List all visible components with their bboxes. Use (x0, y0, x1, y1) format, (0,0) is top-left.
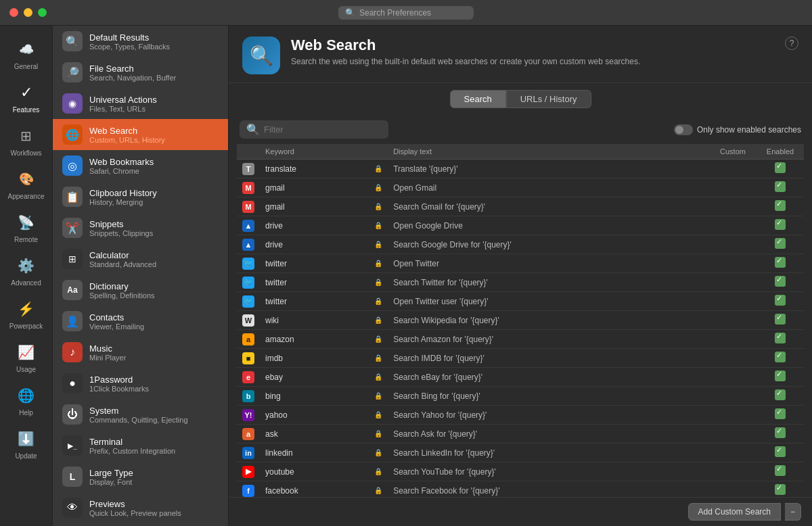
sidebar-item-advanced[interactable]: ⚙️ Advanced (3, 249, 50, 292)
row-icon-cell: W (237, 311, 260, 330)
nav-previews[interactable]: 👁 Previews Quick Look, Preview panels (53, 492, 228, 523)
row-enabled[interactable] (757, 368, 804, 387)
table-row[interactable]: ▲ drive 🔒 Search Google Drive for '{quer… (237, 235, 804, 254)
sidebar-item-appearance[interactable]: 🎨 Appearance (3, 162, 50, 206)
tab-search[interactable]: Search (450, 90, 506, 108)
row-enabled[interactable] (757, 311, 804, 330)
row-enabled[interactable] (757, 216, 804, 235)
nav-calculator[interactable]: ⊞ Calculator Standard, Advanced (53, 243, 228, 274)
nav-snippets[interactable]: ✂️ Snippets Snippets, Clippings (53, 212, 228, 243)
enabled-check[interactable] (775, 238, 786, 249)
row-display: Search Bing for '{query}' (388, 387, 709, 406)
table-row[interactable]: ■ imdb 🔒 Search IMDB for '{query}' (237, 349, 804, 368)
row-enabled[interactable] (757, 462, 804, 481)
row-keyword: facebook (260, 481, 369, 498)
table-row[interactable]: b bing 🔒 Search Bing for '{query}' (237, 387, 804, 406)
remote-label: Remote (14, 236, 38, 243)
row-enabled[interactable] (757, 387, 804, 406)
nav-dictionary[interactable]: Aa Dictionary Spelling, Definitions (53, 274, 228, 306)
row-enabled[interactable] (757, 273, 804, 292)
table-row[interactable]: f facebook 🔒 Search Facebook for '{query… (237, 481, 804, 498)
main-layout: ☁️ General ✓ Features ⊞ Workflows 🎨 Appe… (0, 26, 812, 526)
sidebar-item-powerpack[interactable]: ⚡ Powerpack (3, 292, 50, 335)
help-button[interactable]: ? (785, 37, 798, 50)
sidebar-item-features[interactable]: ✓ Features (3, 76, 50, 119)
nav-music[interactable]: ♪ Music Mini Player (53, 337, 228, 368)
content-area: 🔍 Web Search Search the web using the bu… (229, 26, 812, 526)
nav-large-type[interactable]: L Large Type Display, Font (53, 461, 228, 492)
minimize-button[interactable] (24, 8, 32, 17)
icon-sidebar: ☁️ General ✓ Features ⊞ Workflows 🎨 Appe… (0, 26, 53, 526)
nav-web-bookmarks[interactable]: ◎ Web Bookmarks Safari, Chrome (53, 150, 228, 181)
row-enabled[interactable] (757, 235, 804, 254)
table-row[interactable]: ▶ youtube 🔒 Search YouTube for '{query}' (237, 462, 804, 481)
table-row[interactable]: 🐦 twitter 🔒 Open Twitter user '{query}' (237, 292, 804, 311)
table-row[interactable]: 🐦 twitter 🔒 Open Twitter (237, 254, 804, 273)
sidebar-item-workflows[interactable]: ⊞ Workflows (3, 119, 50, 162)
nav-file-search[interactable]: 🔎 File Search Search, Navigation, Buffer (53, 57, 228, 88)
table-row[interactable]: a amazon 🔒 Search Amazon for '{query}' (237, 330, 804, 349)
enabled-check[interactable] (775, 314, 786, 325)
table-row[interactable]: M gmail 🔒 Search Gmail for '{query}' (237, 197, 804, 216)
table-row[interactable]: e ebay 🔒 Search eBay for '{query}' (237, 368, 804, 387)
maximize-button[interactable] (38, 8, 47, 17)
filter-input[interactable] (264, 124, 382, 135)
nav-web-search[interactable]: 🌐 Web Search Custom, URLs, History (53, 119, 228, 150)
table-row[interactable]: Y! yahoo 🔒 Search Yahoo for '{query}' (237, 406, 804, 425)
enabled-check[interactable] (775, 427, 786, 438)
nav-universal-actions[interactable]: ◉ Universal Actions Files, Text, URLs (53, 88, 228, 119)
remove-button[interactable]: − (785, 503, 801, 521)
row-enabled[interactable] (757, 197, 804, 216)
enabled-check[interactable] (775, 333, 786, 343)
row-enabled[interactable] (757, 425, 804, 444)
table-row[interactable]: 🐦 twitter 🔒 Search Twitter for '{query}' (237, 273, 804, 292)
sidebar-item-help[interactable]: 🌐 Help (3, 379, 50, 422)
close-button[interactable] (9, 8, 18, 17)
col-display-header: Display text (388, 144, 709, 160)
enabled-check[interactable] (775, 219, 786, 230)
nav-default-results[interactable]: 🔍 Default Results Scope, Types, Fallback… (53, 26, 228, 57)
enabled-check[interactable] (775, 465, 786, 476)
row-enabled[interactable] (757, 178, 804, 197)
enabled-check[interactable] (775, 200, 786, 211)
enabled-check[interactable] (775, 484, 786, 495)
table-row[interactable]: M gmail 🔒 Open Gmail (237, 178, 804, 197)
row-enabled[interactable] (757, 349, 804, 368)
table-row[interactable]: W wiki 🔒 Search Wikipedia for '{query}' (237, 311, 804, 330)
row-enabled[interactable] (757, 444, 804, 462)
row-display: Search Twitter for '{query}' (388, 273, 709, 292)
enabled-check[interactable] (775, 295, 786, 306)
enabled-check[interactable] (775, 162, 786, 173)
enabled-check[interactable] (775, 276, 786, 287)
sidebar-item-general[interactable]: ☁️ General (3, 32, 50, 76)
nav-1password[interactable]: ● 1Password 1Click Bookmarks (53, 368, 228, 399)
nav-contacts[interactable]: 👤 Contacts Viewer, Emailing (53, 306, 228, 337)
sidebar-item-remote[interactable]: 📡 Remote (3, 206, 50, 249)
enabled-check[interactable] (775, 370, 786, 381)
table-row[interactable]: T translate 🔒 Translate '{query}' (237, 160, 804, 178)
only-enabled-toggle[interactable] (674, 124, 693, 135)
sidebar-item-usage[interactable]: 📈 Usage (3, 335, 50, 379)
sidebar-item-update[interactable]: ⬇️ Update (3, 422, 50, 465)
nav-terminal[interactable]: ▶_ Terminal Prefix, Custom Integration (53, 430, 228, 461)
table-row[interactable]: ▲ drive 🔒 Open Google Drive (237, 216, 804, 235)
titlebar-search[interactable]: 🔍 Search Preferences (338, 6, 474, 20)
row-enabled[interactable] (757, 406, 804, 425)
enabled-check[interactable] (775, 181, 786, 192)
enabled-check[interactable] (775, 352, 786, 362)
tab-urls-history[interactable]: URLs / History (506, 90, 591, 108)
table-row[interactable]: in linkedin 🔒 Search LinkedIn for '{quer… (237, 444, 804, 462)
nav-system[interactable]: ⏻ System Commands, Quitting, Ejecting (53, 399, 228, 430)
row-enabled[interactable] (757, 292, 804, 311)
enabled-check[interactable] (775, 389, 786, 400)
row-enabled[interactable] (757, 330, 804, 349)
add-custom-button[interactable]: Add Custom Search (688, 503, 781, 521)
row-enabled[interactable] (757, 160, 804, 178)
enabled-check[interactable] (775, 446, 786, 457)
row-enabled[interactable] (757, 254, 804, 273)
nav-clipboard-history[interactable]: 📋 Clipboard History History, Merging (53, 181, 228, 212)
enabled-check[interactable] (775, 257, 786, 268)
enabled-check[interactable] (775, 408, 786, 419)
table-row[interactable]: a ask 🔒 Search Ask for '{query}' (237, 425, 804, 444)
row-enabled[interactable] (757, 481, 804, 498)
